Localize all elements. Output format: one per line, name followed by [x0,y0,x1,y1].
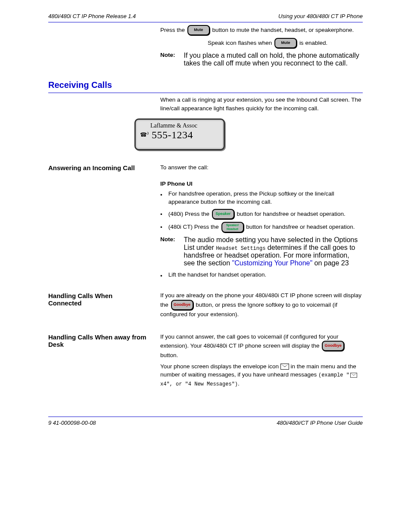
footer-rule [48,417,363,417]
bullet-icon: • [160,272,162,280]
mute-paragraph-1: Press the Mute button to mute the handse… [160,25,363,35]
text: . [238,380,240,387]
header-left: 480i/480i CT IP Phone Release 1.4 [48,13,136,19]
receiving-paragraph: When a call is ringing at your extension… [160,96,363,112]
text: button. [160,352,178,358]
section-rule [48,93,363,93]
phone-ringing-icon: ☎⦘ [140,131,149,138]
bullet-icon: • [160,210,162,219]
heading-answering: Answering an Incoming Call [48,164,147,171]
note-body: If you place a muted call on hold, the p… [184,52,360,67]
text: (480i) Press the [168,210,211,217]
text: If you cannot answer, the call goes to v… [160,333,338,349]
heading-away: Handling Calls When away from Desk [48,333,147,348]
away-paragraph-2: Your phone screen displays the envelope … [160,362,363,388]
away-paragraph-1: If you cannot answer, the call goes to v… [160,333,363,360]
bullet-text: For handsfree operation, press the Picku… [168,190,363,206]
connected-paragraph: If you are already on the phone your 480… [160,291,363,318]
lcd-caller-number: 555-1234 [152,129,193,141]
answering-note: Note: The audio mode setting you have se… [160,236,363,267]
page-header: 480i/480i CT IP Phone Release 1.4 Using … [48,13,363,19]
sub-heading-ip-phone-ui: IP Phone UI [160,180,363,187]
header-rule [48,22,363,22]
note-body: The audio mode setting you have selected… [184,236,360,267]
speaker-button-icon: Speaker [212,209,234,219]
text: button for handsfree or headset operatio… [246,224,355,230]
speaker-headset-button-icon: Speaker/ Headset [221,222,244,233]
text: button for handsfree or headset operatio… [237,210,346,217]
text: Speak icon flashes when [208,40,274,46]
heading-connected: Handling Calls When Connected [48,292,147,307]
text: (480i CT) Press the [168,224,221,230]
note-label: Note: [160,236,182,243]
mute-button-icon: Mute [187,25,210,35]
mute-note: Note: If you place a muted call on hold,… [160,52,363,67]
text: x4", or "4 New Messages" [160,381,235,387]
bullet-text: (480i) Press the Speaker button for hand… [168,209,346,219]
text: Press the [160,27,187,33]
link-customizing-phone[interactable]: "Customizing Your Phone" [232,259,313,267]
envelope-icon [280,364,289,370]
text: on page 23 [314,259,349,267]
footer-left: 9 41-000098-00-08 [48,420,96,426]
bullet-1: • For handsfree operation, press the Pic… [160,190,363,206]
mute-paragraph-2: Speak icon flashes when Mute is enabled. [208,38,363,48]
bullet-text: Lift the handset for handset operation. [168,271,266,280]
bullet-2: • (480i) Press the Speaker button for ha… [160,209,363,219]
section-receiving-calls: Receiving Calls [48,80,363,90]
note-label: Note: [160,52,182,58]
bullet-3: • (480i CT) Press the Speaker/ Headset b… [160,222,363,233]
goodbye-button-icon-2: Goodbye [322,341,344,351]
bullet-icon: • [160,191,162,206]
bullet-text: (480i CT) Press the Speaker/ Headset but… [168,222,355,233]
lcd-screen: Laflamme & Assoc ☎⦘ 555-1234 [134,118,225,150]
goodbye-button-icon: Goodbye [171,300,193,310]
headset-settings-code: Headset Settings [216,246,265,252]
bullet-4: • Lift the handset for handset operation… [160,271,363,280]
header-right: Using your 480i/480i CT IP Phone [278,13,363,19]
mute-button-icon-2: Mute [274,38,297,48]
text: is enabled. [299,40,327,46]
text: button to mute the handset, headset, or … [212,27,354,33]
bullet-icon: • [160,223,162,233]
footer-right: 480i/480i/CT IP Phone User Guide [277,420,363,426]
answering-intro: To answer the call: [160,163,363,172]
envelope-icon-2 [350,373,357,377]
text: Your phone screen displays the envelope … [160,363,280,370]
lcd-caller-name: Laflamme & Assoc [150,122,219,129]
page-footer: 9 41-000098-00-08 480i/480i/CT IP Phone … [48,420,363,426]
